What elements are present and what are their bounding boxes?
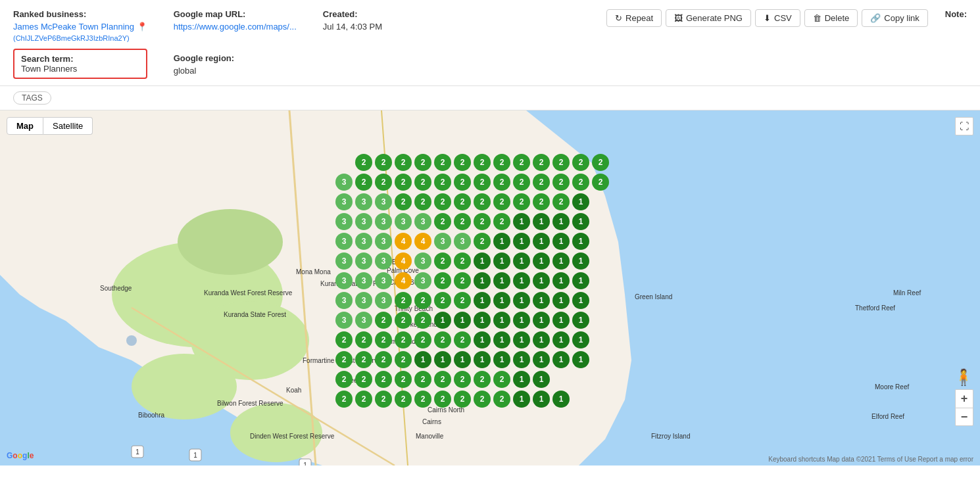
map-background: 1 1 1 (0, 110, 980, 465)
created-label: Created: (323, 9, 441, 19)
search-term-box: Search term: Town Planners (13, 49, 147, 79)
svg-point-10 (126, 335, 137, 346)
business-name-link[interactable]: James McPeake Town Planning (13, 22, 134, 32)
map-container: 1 1 1 Ellis BeachMona MonaPalm CoveKuran… (0, 110, 980, 465)
business-id: (ChIJLZVeP6BmeGkRJ3IzbRIna2Y) (13, 34, 147, 42)
street-view-icon[interactable]: 🧍 (954, 368, 973, 387)
tab-satellite[interactable]: Satellite (43, 117, 93, 135)
svg-point-4 (132, 354, 237, 419)
svg-text:1: 1 (135, 448, 139, 456)
zoom-out-button[interactable]: − (955, 408, 973, 426)
tags-row: TAGS (0, 86, 980, 110)
search-term-label: Search term: (21, 54, 139, 64)
google-region-value: global (174, 66, 297, 76)
google-region-label: Google region: (174, 53, 297, 63)
delete-button[interactable]: 🗑 Delete (804, 9, 858, 27)
csv-button[interactable]: ⬇ CSV (755, 9, 800, 27)
svg-point-6 (178, 209, 283, 275)
trash-icon: 🗑 (813, 13, 821, 23)
top-bar: Ranked business: James McPeake Town Plan… (0, 0, 980, 86)
svg-text:1: 1 (193, 452, 197, 459)
search-term-value: Town Planners (21, 64, 139, 74)
action-buttons: ↻ Repeat 🖼 Generate PNG ⬇ CSV 🗑 Delete 🔗… (606, 9, 967, 27)
google-map-block: Google map URL: https://www.google.com/m… (174, 9, 297, 76)
repeat-button[interactable]: ↻ Repeat (606, 9, 662, 27)
image-icon: 🖼 (674, 13, 683, 23)
fullscreen-button[interactable]: ⛶ (955, 117, 973, 135)
copy-link-button[interactable]: 🔗 Copy link (862, 9, 927, 27)
created-value: Jul 14, 4:03 PM (323, 22, 441, 32)
created-block: Created: Jul 14, 4:03 PM (323, 9, 441, 32)
download-icon: ⬇ (764, 13, 771, 23)
google-logo: Google (7, 451, 34, 460)
note-block: Note: (945, 9, 967, 22)
ranked-business-label: Ranked business: (13, 9, 147, 19)
map-footer: Keyboard shortcuts Map data ©2021 Terms … (768, 456, 973, 463)
svg-text:1: 1 (303, 462, 307, 465)
link-icon: 🔗 (870, 13, 881, 23)
repeat-icon: ↻ (615, 13, 622, 23)
svg-point-5 (230, 403, 322, 462)
ranked-business-block: Ranked business: James McPeake Town Plan… (13, 9, 147, 79)
generate-png-button[interactable]: 🖼 Generate PNG (666, 9, 751, 27)
map-tabs: Map Satellite (7, 117, 93, 135)
tab-map[interactable]: Map (7, 117, 43, 135)
google-map-label: Google map URL: (174, 9, 297, 19)
business-name: James McPeake Town Planning 📍 (13, 22, 147, 32)
tags-button[interactable]: TAGS (13, 91, 51, 105)
google-map-url[interactable]: https://www.google.com/maps/... (174, 22, 297, 32)
zoom-in-button[interactable]: + (955, 389, 973, 408)
zoom-controls: + − (955, 389, 973, 426)
note-label: Note: (945, 9, 967, 19)
